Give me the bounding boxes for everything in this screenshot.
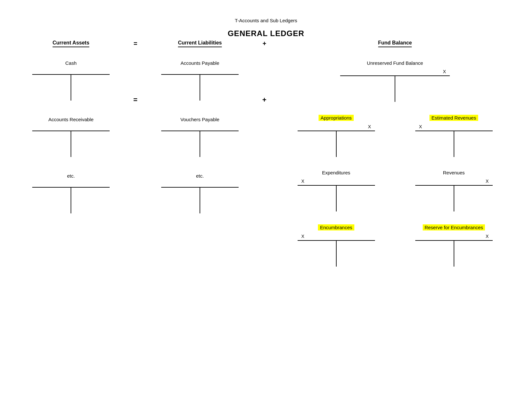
current-assets-header: Current Assets (53, 40, 89, 47)
cash-label: Cash (65, 60, 76, 66)
current-assets-column: Cash Accounts Receivable (19, 60, 123, 279)
unreserved-x-right: X (442, 68, 447, 75)
center-etc-account: etc. (148, 173, 251, 213)
accounts-receivable-label: Accounts Receivable (48, 117, 94, 122)
estimated-revenues-label: Estimated Revenues (429, 115, 478, 121)
expenditures-x-left: X (300, 178, 306, 184)
current-liabilities-column: Accounts Payable Vouchers Payable (148, 60, 251, 279)
estimated-revenues-account: Estimated Revenues X (415, 115, 493, 157)
fund-balance-row-2: Appropriations X Estimated Revenues (277, 115, 513, 157)
reserve-for-encumbrances-label: Reserve for Encumbrances (423, 224, 485, 230)
revenues-label: Revenues (443, 170, 465, 175)
plus-operator: + (262, 40, 266, 47)
fund-balance-row-3: Expenditures X Revenues (277, 170, 513, 211)
fund-balance-header: Fund Balance (378, 40, 412, 47)
vouchers-payable-account: Vouchers Payable (148, 117, 251, 157)
unreserved-fund-balance-account: Unreserved Fund Balance X (340, 60, 450, 102)
current-liabilities-header: Current Liabilities (178, 40, 222, 47)
appropriations-x-right: X (367, 123, 372, 130)
appropriations-label: Appropriations (319, 115, 354, 121)
page-title: T-Accounts and Sub Ledgers (0, 0, 532, 23)
expenditures-account: Expenditures X (298, 170, 375, 211)
equals-divider: = (123, 60, 148, 279)
revenues-x-right: X (484, 178, 490, 184)
accounts-payable-account: Accounts Payable (148, 60, 251, 101)
accounts-payable-label: Accounts Payable (181, 60, 219, 66)
left-etc-account: etc. (19, 173, 123, 213)
fund-balance-row-1: Unreserved Fund Balance X (277, 60, 513, 102)
equals-operator: = (133, 40, 137, 47)
left-etc-label: etc. (67, 173, 75, 179)
cash-account: Cash (19, 60, 123, 101)
encumbrances-x-left: X (300, 233, 306, 240)
general-ledger-title: GENERAL LEDGER (0, 29, 532, 38)
encumbrances-label: Encumbrances (318, 224, 354, 230)
fund-balance-column: Unreserved Fund Balance X Ap (277, 60, 513, 279)
fund-balance-row-4: Encumbrances X Reserve for Encumbrances (277, 224, 513, 267)
encumbrances-account: Encumbrances X (298, 224, 375, 267)
appropriations-account: Appropriations X (298, 115, 375, 157)
accounts-receivable-account: Accounts Receivable (19, 117, 123, 157)
unreserved-fund-balance-label: Unreserved Fund Balance (367, 60, 423, 66)
plus-divider: + (251, 60, 277, 279)
reserve-for-encumbrances-x-right: X (484, 233, 490, 240)
vouchers-payable-label: Vouchers Payable (181, 117, 220, 122)
revenues-account: Revenues X (415, 170, 493, 211)
expenditures-label: Expenditures (322, 170, 350, 175)
reserve-for-encumbrances-account: Reserve for Encumbrances X (415, 224, 493, 267)
estimated-revenues-x-left: X (418, 123, 423, 130)
center-etc-label: etc. (196, 173, 204, 179)
